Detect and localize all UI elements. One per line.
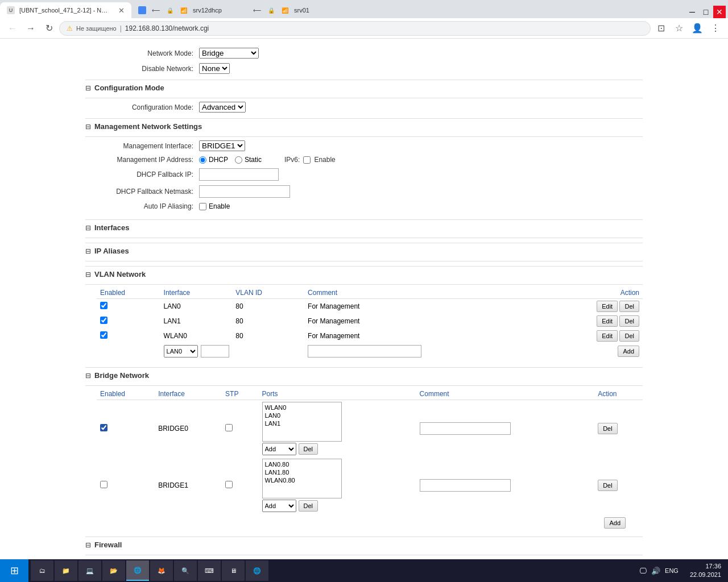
management-toggle[interactable]: ⊟	[85, 123, 91, 131]
bookmark-icon[interactable]: ☆	[671, 20, 687, 36]
vlan-row3-del-button[interactable]: Del	[619, 330, 639, 342]
bridge-toggle[interactable]: ⊟	[85, 372, 91, 380]
browser-tab-3[interactable]: ⟵ 🔒 📶 srv01	[245, 2, 359, 18]
vlan-row2-edit-button[interactable]: Edit	[597, 315, 618, 327]
vlan-row1-del-button[interactable]: Del	[619, 301, 639, 312]
static-radio-label[interactable]: Static	[235, 156, 262, 164]
bridge-add-button[interactable]: Add	[604, 517, 626, 529]
management-interface-select[interactable]: BRIDGE1 BRIDGE0	[199, 140, 245, 151]
address-bar[interactable]: ⚠ Не защищено | 192.168.80.130/network.c…	[59, 21, 651, 36]
auto-ip-aliasing-enable-label: Enable	[209, 202, 230, 210]
ipv6-enable-checkbox[interactable]	[303, 156, 311, 164]
vlan-new-vlanid-input[interactable]	[201, 345, 229, 357]
ipv6-label: IPv6:	[284, 156, 300, 164]
config-mode-toggle[interactable]: ⊟	[85, 84, 91, 92]
auto-ip-aliasing-checkbox[interactable]	[199, 203, 206, 210]
dhcp-radio-label[interactable]: DHCP	[199, 156, 228, 164]
bridge-col-comment: Comment	[416, 388, 595, 400]
vlan-row1-vlanid: 80	[232, 299, 304, 314]
vlan-row3-edit-button[interactable]: Edit	[597, 330, 618, 342]
dhcp-label: DHCP	[209, 156, 228, 164]
management-ip-label: Management IP Address:	[85, 156, 199, 164]
bridge1-del-button[interactable]: Del	[598, 480, 618, 491]
bridge1-add-port-select[interactable]: Add LAN0 LAN1 WLAN0	[262, 500, 296, 512]
browser-tab-1[interactable]: U [UBNT_school_471_2-12] - Netw... ✕	[0, 2, 131, 18]
config-mode-section-header: ⊟ Configuration Mode	[85, 80, 643, 95]
vlan-row1-action: Edit Del	[544, 299, 643, 314]
dhcp-fallback-ip-label: DHCP Fallback IP:	[85, 171, 199, 178]
bridge-col-action: Action	[594, 388, 643, 400]
bridge1-comment[interactable]	[416, 457, 595, 514]
vlan-row2-vlanid: 80	[232, 314, 304, 329]
browser-tab-2[interactable]: ⟵ 🔒 📶 srv12dhcp	[131, 2, 245, 18]
ip-aliases-toggle[interactable]: ⊟	[85, 247, 91, 255]
vlan-row2-enabled[interactable]	[97, 314, 160, 329]
reload-button[interactable]: ↻	[41, 20, 57, 36]
disable-network-select[interactable]: None All	[199, 63, 230, 74]
list-item: LAN0	[264, 411, 340, 419]
bridge1-enabled-checkbox[interactable]	[100, 481, 107, 488]
back-button[interactable]: ←	[5, 20, 20, 36]
vlan-new-interface-select[interactable]: LAN0 LAN1 WLAN0	[164, 345, 198, 357]
bridge0-del-button[interactable]: Del	[598, 423, 618, 434]
bridge1-del-port-button[interactable]: Del	[299, 500, 318, 512]
bridge1-ports: LAN0.80 LAN1.80 WLAN0.80 Add LAN0 LAN1 W…	[259, 457, 416, 514]
vlan-row3-vlanid: 80	[232, 329, 304, 343]
vlan-new-comment-input[interactable]	[308, 345, 421, 357]
firewall-section-title: Firewall	[94, 541, 122, 549]
bridge1-stp[interactable]	[222, 457, 258, 514]
vlan-col-action: Action	[544, 287, 643, 299]
dhcp-fallback-netmask-input[interactable]: 255.255.255.0	[199, 185, 290, 198]
list-item: WLAN0.80	[264, 476, 340, 484]
vlan-col-comment: Comment	[304, 287, 544, 299]
menu-icon[interactable]: ⋮	[708, 20, 723, 36]
list-item: LAN1	[264, 419, 340, 427]
vlan-row3-action: Edit Del	[544, 329, 643, 343]
config-mode-row: Configuration Mode: Advanced Simple	[85, 101, 643, 114]
management-section-header: ⊟ Management Network Settings	[85, 118, 643, 134]
bridge0-add-row: Add LAN0 LAN1 WLAN0 Del	[262, 443, 413, 455]
vlan-row2-del-button[interactable]: Del	[619, 315, 639, 327]
forward-button[interactable]: →	[23, 20, 39, 36]
dhcp-radio[interactable]	[199, 156, 206, 164]
config-mode-label: Configuration Mode:	[85, 103, 199, 111]
cast-icon[interactable]: ⊡	[653, 20, 669, 36]
bridge-add-row: Add	[85, 517, 626, 529]
account-icon[interactable]: 👤	[689, 20, 705, 36]
vlan-row1-enabled[interactable]	[97, 299, 160, 314]
interfaces-section-title: Interfaces	[94, 223, 129, 232]
vlan-toggle[interactable]: ⊟	[85, 271, 91, 278]
maximize-button[interactable]: □	[700, 6, 712, 18]
vlan-section-title: VLAN Network	[94, 270, 146, 278]
vlan-row3-enabled[interactable]	[97, 329, 160, 343]
bridge0-action: Del	[594, 400, 643, 458]
vlan-row1-edit-button[interactable]: Edit	[597, 301, 618, 312]
firewall-toggle[interactable]: ⊟	[85, 541, 91, 549]
static-radio[interactable]	[235, 156, 242, 164]
vlan-add-button[interactable]: Add	[618, 346, 639, 357]
bridge0-stp[interactable]	[222, 400, 258, 458]
bridge0-enabled-checkbox[interactable]	[100, 424, 107, 431]
browser-tab-1-close[interactable]: ✕	[118, 6, 125, 15]
vlan-col-interface: Interface	[160, 287, 233, 299]
bridge-col-enabled: Enabled	[97, 388, 155, 400]
bridge1-comment-input[interactable]	[420, 479, 511, 492]
bridge0-comment-input[interactable]	[420, 422, 511, 435]
bridge0-stp-checkbox[interactable]	[225, 424, 233, 431]
vlan-col-enabled: Enabled	[97, 287, 160, 299]
bridge0-comment[interactable]	[416, 400, 595, 458]
bridge-section-header: ⊟ Bridge Network	[85, 367, 643, 383]
bridge0-add-port-select[interactable]: Add LAN0 LAN1 WLAN0	[262, 443, 296, 455]
bridge1-enabled-cell[interactable]	[97, 457, 155, 514]
close-button[interactable]: ✕	[713, 6, 726, 18]
bridge0-enabled-cell[interactable]	[97, 400, 155, 458]
minimize-button[interactable]: ─	[686, 6, 698, 18]
bridge0-del-port-button[interactable]: Del	[299, 443, 318, 455]
network-mode-select[interactable]: Bridge Router SOHO Router	[199, 48, 259, 59]
config-mode-select[interactable]: Advanced Simple	[199, 102, 246, 113]
interfaces-toggle[interactable]: ⊟	[85, 224, 91, 232]
bridge1-stp-checkbox[interactable]	[225, 481, 233, 488]
dhcp-fallback-ip-input[interactable]: 192.168.1.20	[199, 168, 279, 181]
auto-ip-aliasing-row: Auto IP Aliasing: Enable	[85, 201, 643, 211]
vlan-row1-interface: LAN0	[160, 299, 233, 314]
